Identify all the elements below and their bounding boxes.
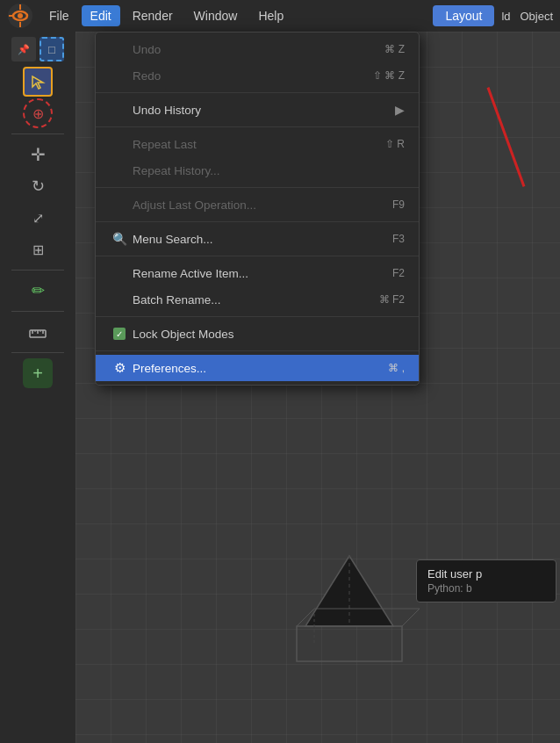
annotate-symbol: ✏	[32, 281, 45, 300]
sidebar-divider-3	[11, 311, 64, 312]
menu-item-preferences[interactable]: ⚙ Preferences... ⌘ ,	[96, 355, 419, 381]
sep-2	[96, 126, 419, 127]
scale-symbol: ⤢	[32, 210, 44, 227]
rename-active-shortcut: F2	[392, 267, 405, 279]
menu-item-repeat-history[interactable]: Repeat History...	[96, 157, 419, 184]
menu-item-lock-object-modes[interactable]: ✓ Lock Object Modes	[96, 321, 419, 347]
menu-search-shortcut: F3	[392, 233, 405, 245]
menu-window[interactable]: Window	[185, 5, 247, 26]
edit-dropdown-menu: Undo ⌘ Z Redo ⇧ ⌘ Z Undo History ▶ Repea…	[95, 32, 420, 386]
scene-pyramid	[270, 547, 428, 673]
menu-item-redo[interactable]: Redo ⇧ ⌘ Z	[96, 62, 419, 89]
tooltip-title: Edit user p	[427, 567, 545, 581]
search-menu-icon: 🔍	[110, 232, 129, 246]
undo-history-label: Undo History	[133, 104, 201, 117]
preferences-label: Preferences...	[133, 362, 206, 375]
svg-line-17	[402, 609, 420, 626]
sidebar-icon-add[interactable]: +	[23, 358, 53, 388]
sep-3	[96, 187, 419, 188]
sidebar-pin-btn[interactable]: 📌	[11, 37, 36, 61]
sidebar-icon-move[interactable]: ✛	[23, 140, 53, 170]
layout-button[interactable]: Layout	[433, 5, 494, 26]
repeat-history-label: Repeat History...	[133, 164, 220, 177]
sidebar-icon-annotate[interactable]: ✏	[23, 276, 53, 306]
tooltip-box: Edit user p Python: b	[416, 559, 556, 602]
sidebar-icon-select[interactable]	[23, 67, 53, 97]
repeat-last-shortcut: ⇧ R	[385, 138, 405, 150]
menu-item-undo[interactable]: Undo ⌘ Z	[96, 36, 419, 62]
left-sidebar: 📌 □ ⊕ ✛ ↻ ⤢ ⊞ ✏	[0, 32, 75, 743]
menu-item-undo-history[interactable]: Undo History ▶	[96, 97, 419, 123]
sep-4	[96, 221, 419, 222]
lock-modes-check: ✓	[110, 328, 129, 340]
sidebar-icon-transform[interactable]: ⊞	[23, 234, 53, 264]
sidebar-icon-grab[interactable]: ⊕	[23, 98, 53, 128]
sidebar-icon-rotate[interactable]: ↻	[23, 171, 53, 201]
sidebar-divider-4	[11, 352, 64, 353]
sidebar-box-btn[interactable]: □	[39, 37, 64, 61]
redo-label: Redo	[133, 69, 161, 83]
undo-label: Undo	[133, 43, 161, 56]
transform-symbol: ⊞	[32, 242, 44, 258]
adjust-last-label: Adjust Last Operation...	[133, 198, 256, 212]
menu-item-search[interactable]: 🔍 Menu Search... F3	[96, 226, 419, 252]
sidebar-divider-1	[11, 133, 64, 134]
header-right-text: ld Object	[501, 10, 553, 23]
batch-rename-shortcut: ⌘ F2	[379, 293, 405, 306]
batch-rename-label: Batch Rename...	[133, 293, 221, 307]
blender-logo	[7, 3, 33, 29]
redo-shortcut: ⇧ ⌘ Z	[373, 69, 405, 82]
sep-7	[96, 350, 419, 351]
undo-history-arrow: ▶	[395, 103, 405, 117]
tooltip-sub: Python: b	[427, 582, 545, 595]
svg-marker-6	[32, 76, 43, 89]
menu-item-adjust-last[interactable]: Adjust Last Operation... F9	[96, 191, 419, 218]
menu-help[interactable]: Help	[249, 5, 292, 26]
menu-item-batch-rename[interactable]: Batch Rename... ⌘ F2	[96, 286, 419, 313]
grab-symbol: ⊕	[32, 105, 44, 122]
rename-active-label: Rename Active Item...	[133, 267, 248, 280]
adjust-last-shortcut: F9	[392, 198, 405, 211]
menu-render[interactable]: Render	[124, 5, 182, 26]
sep-6	[96, 316, 419, 317]
sidebar-icon-measure[interactable]	[23, 317, 53, 347]
sep-5	[96, 256, 419, 256]
preferences-gear-icon: ⚙	[110, 360, 129, 376]
undo-shortcut: ⌘ Z	[384, 43, 405, 55]
add-symbol: +	[32, 364, 43, 384]
sep-1	[96, 92, 419, 93]
preferences-shortcut: ⌘ ,	[388, 362, 405, 374]
repeat-last-label: Repeat Last	[133, 138, 197, 151]
menu-search-label: Menu Search...	[133, 233, 213, 246]
sidebar-top-row: 📌 □	[11, 37, 64, 61]
menu-file[interactable]: File	[40, 5, 78, 26]
svg-point-2	[18, 13, 23, 18]
lock-modes-checkbox: ✓	[113, 328, 126, 340]
sidebar-divider-2	[11, 270, 64, 271]
menu-item-rename-active[interactable]: Rename Active Item... F2	[96, 260, 419, 286]
menu-edit[interactable]: Edit	[82, 5, 120, 26]
move-symbol: ✛	[31, 144, 46, 165]
lock-object-modes-label: Lock Object Modes	[133, 328, 234, 341]
menu-item-repeat-last[interactable]: Repeat Last ⇧ R	[96, 131, 419, 157]
rotate-symbol: ↻	[32, 177, 45, 196]
sidebar-icon-scale[interactable]: ⤢	[23, 203, 53, 233]
menubar: File Edit Render Window Help Layout ld O…	[0, 0, 560, 32]
svg-rect-15	[297, 626, 402, 661]
